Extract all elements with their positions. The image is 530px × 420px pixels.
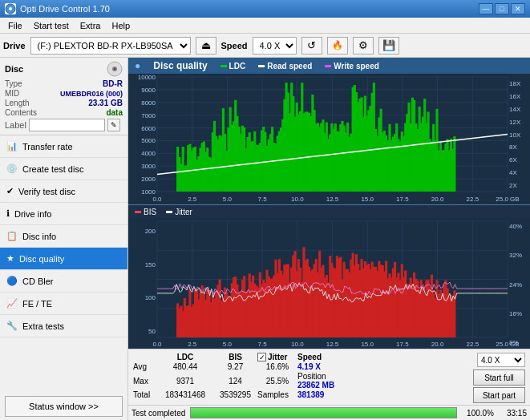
- jitter-checkbox[interactable]: ✓: [257, 353, 266, 361]
- maximize-button[interactable]: □: [495, 3, 509, 14]
- chart-header: ● Disc quality LDC Read speed Write spee…: [128, 58, 530, 74]
- max-bis: 124: [213, 377, 257, 386]
- menu-file[interactable]: File: [3, 20, 27, 31]
- menu-help[interactable]: Help: [107, 20, 135, 31]
- progress-fill: [191, 408, 456, 418]
- extra-tests-icon: 🔧: [6, 321, 18, 331]
- disc-section-label: Disc: [5, 64, 23, 74]
- sidebar-item-drive-info[interactable]: ℹ Drive info: [0, 203, 127, 225]
- sidebar-item-fe-te[interactable]: 📈 FE / TE: [0, 293, 127, 315]
- chart-title: Disc quality: [153, 60, 207, 71]
- samples-val: 381389: [297, 390, 324, 399]
- nav-items: 📊 Transfer rate 💿 Create test disc ✔ Ver…: [0, 135, 127, 393]
- progress-bar: [190, 407, 457, 418]
- close-button[interactable]: ✕: [511, 3, 525, 14]
- title-bar: Opti Drive Control 1.70 — □ ✕: [0, 0, 530, 18]
- cd-bler-icon: 🔵: [6, 276, 18, 286]
- type-key: Type: [5, 79, 22, 88]
- drive-info-icon: ℹ: [6, 208, 10, 219]
- mid-value: UMEBDR016 (000): [60, 90, 123, 98]
- start-part-button[interactable]: Start part: [473, 387, 525, 403]
- refresh-button[interactable]: ↺: [301, 37, 322, 55]
- disc-info-icon: 📋: [6, 231, 18, 241]
- length-key: Length: [5, 99, 30, 107]
- settings-button[interactable]: ⚙: [353, 37, 374, 55]
- label-key: Label: [5, 120, 26, 130]
- speed-selector[interactable]: 4.0 X: [253, 37, 297, 55]
- avg-bis: 9.27: [213, 362, 257, 371]
- verify-test-disc-icon: ✔: [6, 186, 14, 196]
- create-test-disc-icon: 💿: [6, 164, 18, 174]
- length-value: 23.31 GB: [88, 99, 123, 107]
- stats-area: LDC BIS ✓ Jitter Speed Avg 480.44 9.27 1…: [128, 349, 530, 405]
- fe-te-icon: 📈: [6, 298, 18, 309]
- drive-selector[interactable]: (F:) PLEXTOR BD-R PX-LB950SA 1.06: [30, 37, 191, 55]
- write-speed-legend: Write speed: [325, 62, 379, 71]
- menu-extra[interactable]: Extra: [75, 20, 106, 31]
- left-panel: Disc Type BD-R MID UMEBDR016 (000) Lengt…: [0, 58, 128, 420]
- sidebar-item-create-test-disc[interactable]: 💿 Create test disc: [0, 158, 127, 180]
- disc-section: Disc Type BD-R MID UMEBDR016 (000) Lengt…: [0, 58, 127, 135]
- position-val: 23862 MB: [297, 381, 334, 390]
- speed-col-header: Speed: [297, 353, 338, 361]
- label-input[interactable]: [29, 119, 105, 131]
- eject-button[interactable]: ⏏: [196, 37, 216, 55]
- sidebar-item-transfer-rate[interactable]: 📊 Transfer rate: [0, 135, 127, 158]
- app-icon: [5, 3, 16, 14]
- svg-point-1: [9, 7, 12, 10]
- start-full-button[interactable]: Start full: [473, 370, 525, 386]
- label-edit-button[interactable]: ✎: [107, 119, 120, 131]
- avg-speed: 4.19 X: [297, 362, 338, 371]
- sidebar-item-cd-bler[interactable]: 🔵 CD Bler: [0, 270, 127, 293]
- menu-start-test[interactable]: Start test: [29, 20, 74, 31]
- app-title: Opti Drive Control 1.70: [20, 4, 110, 14]
- avg-ldc: 480.44: [157, 362, 213, 371]
- total-bis: 3539295: [213, 390, 257, 399]
- menu-bar: File Start test Extra Help: [0, 18, 530, 34]
- bis-legend: BIS: [135, 208, 156, 216]
- progress-percent: 100.0%: [462, 409, 494, 418]
- sidebar-item-disc-info[interactable]: 📋 Disc info: [0, 225, 127, 248]
- burn-button[interactable]: 🔥: [327, 37, 348, 55]
- ldc-legend: LDC: [220, 62, 246, 71]
- total-ldc: 183431468: [157, 390, 213, 399]
- max-label: Max: [133, 377, 157, 386]
- samples-group: Samples: [257, 390, 297, 399]
- total-label: Total: [133, 390, 157, 399]
- jitter-check-group: ✓ Jitter: [257, 353, 297, 361]
- speed-label: Speed: [221, 41, 248, 50]
- max-jitter: 25.5%: [257, 377, 297, 386]
- progress-section: Test completed 100.0% 33:15: [128, 405, 530, 420]
- disc-quality-icon: ★: [6, 253, 14, 264]
- type-value: BD-R: [103, 79, 123, 88]
- toolbar: Drive (F:) PLEXTOR BD-R PX-LB950SA 1.06 …: [0, 34, 530, 58]
- status-window-button[interactable]: Status window >>: [5, 396, 123, 417]
- disc-icon: [107, 61, 123, 77]
- sidebar-item-disc-quality[interactable]: ★ Disc quality: [0, 248, 127, 270]
- ldc-col-header: LDC: [157, 353, 213, 361]
- position-group: Position 23862 MB: [297, 372, 350, 390]
- transfer-rate-icon: 📊: [6, 141, 18, 151]
- drive-label: Drive: [3, 41, 26, 50]
- read-speed-legend: Read speed: [258, 62, 312, 71]
- svg-point-4: [114, 68, 116, 71]
- save-button[interactable]: 💾: [378, 37, 399, 55]
- max-ldc: 9371: [157, 377, 213, 386]
- avg-label: Avg: [133, 362, 157, 371]
- contents-value: data: [106, 108, 123, 117]
- bis-col-header: BIS: [213, 353, 257, 361]
- avg-jitter: 16.6%: [257, 362, 297, 371]
- test-speed-selector[interactable]: 4.0 X: [477, 353, 525, 367]
- minimize-button[interactable]: —: [479, 3, 493, 14]
- status-text: Test completed: [131, 409, 185, 418]
- jitter-legend: Jitter: [166, 208, 192, 216]
- bis-jitter-chart: [128, 218, 530, 349]
- time-elapsed: 33:15: [499, 409, 527, 418]
- contents-key: Contents: [5, 108, 37, 117]
- right-panel: ● Disc quality LDC Read speed Write spee…: [128, 58, 530, 420]
- ldc-chart: [128, 74, 530, 204]
- mid-key: MID: [5, 89, 19, 98]
- sidebar-item-extra-tests[interactable]: 🔧 Extra tests: [0, 315, 127, 337]
- sidebar-item-verify-test-disc[interactable]: ✔ Verify test disc: [0, 180, 127, 203]
